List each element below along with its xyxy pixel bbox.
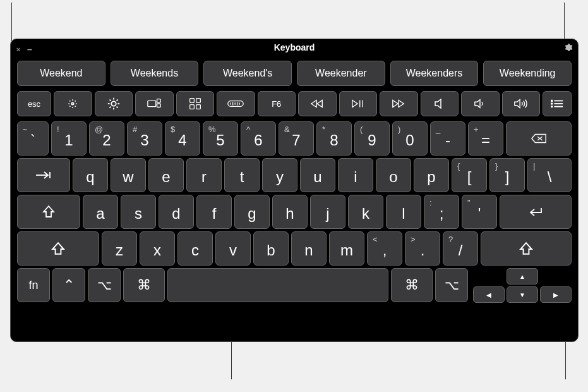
svg-marker-53 xyxy=(520,243,532,254)
f-key[interactable]: f xyxy=(196,195,232,229)
t-key[interactable]: t xyxy=(224,158,260,192)
svg-line-16 xyxy=(109,107,111,108)
d-key[interactable]: d xyxy=(159,195,194,229)
svg-rect-25 xyxy=(228,101,243,107)
brightness-down-key[interactable] xyxy=(54,91,92,116)
digit-0-key[interactable]: )0 xyxy=(392,121,428,156)
s-key[interactable]: s xyxy=(121,195,156,229)
q-key[interactable]: q xyxy=(73,158,108,192)
w-key[interactable]: w xyxy=(111,158,146,192)
digit-7-key[interactable]: &7 xyxy=(279,121,314,156)
a-key[interactable]: a xyxy=(83,195,118,229)
option-right-key[interactable]: ⌥ xyxy=(435,268,468,302)
suggestion-item[interactable]: Weekend's xyxy=(203,61,292,86)
gear-icon[interactable] xyxy=(564,43,573,52)
dictation-key[interactable] xyxy=(217,91,255,116)
bracket-right-key[interactable]: }] xyxy=(489,158,525,192)
o-key[interactable]: o xyxy=(376,158,411,192)
option-left-key[interactable]: ⌥ xyxy=(88,268,121,302)
z-key[interactable]: z xyxy=(102,231,137,266)
v-key[interactable]: v xyxy=(215,231,251,266)
period-key[interactable]: >. xyxy=(405,231,440,266)
arrow-down-key[interactable]: ▼ xyxy=(507,286,538,303)
arrow-left-key[interactable]: ◀ xyxy=(473,286,505,303)
rewind-icon xyxy=(310,99,324,109)
f6-key[interactable]: F6 xyxy=(258,91,296,116)
mission-control-key[interactable] xyxy=(135,91,174,116)
semicolon-key[interactable]: :; xyxy=(424,195,459,229)
brightness-up-key[interactable] xyxy=(95,91,133,116)
suggestion-item[interactable]: Weekender xyxy=(297,61,385,86)
svg-marker-51 xyxy=(44,206,54,217)
equals-key[interactable]: += xyxy=(468,121,503,156)
suggestion-item[interactable]: Weekenders xyxy=(390,61,479,86)
digit-9-key[interactable]: (9 xyxy=(354,121,390,156)
x-key[interactable]: x xyxy=(140,231,175,266)
suggestion-item[interactable]: Weekends xyxy=(111,61,199,86)
y-key[interactable]: y xyxy=(262,158,297,192)
shift-icon xyxy=(519,242,533,255)
arrow-up-key[interactable]: ▲ xyxy=(507,268,538,285)
digit-6-key[interactable]: ^6 xyxy=(241,121,276,156)
control-key[interactable]: ⌃ xyxy=(52,268,85,302)
fast-forward-key[interactable] xyxy=(380,91,418,116)
mute-key[interactable] xyxy=(421,91,459,116)
quote-key[interactable]: "' xyxy=(462,195,497,229)
volume-down-key[interactable] xyxy=(461,91,500,116)
digit-1-key[interactable]: !1 xyxy=(51,121,87,156)
n-key[interactable]: n xyxy=(291,231,327,266)
play-pause-key[interactable] xyxy=(339,91,378,116)
return-key[interactable] xyxy=(500,195,572,229)
shift-icon xyxy=(51,242,65,255)
control-icon: ⌃ xyxy=(63,277,75,293)
backspace-icon xyxy=(531,133,547,144)
shift-left-key[interactable] xyxy=(17,231,99,266)
suggestion-item[interactable]: Weekend xyxy=(17,61,105,86)
l-key[interactable]: l xyxy=(386,195,421,229)
h-key[interactable]: h xyxy=(272,195,308,229)
digit-3-key[interactable]: #3 xyxy=(127,121,162,156)
rewind-key[interactable] xyxy=(298,91,337,116)
i-key[interactable]: i xyxy=(338,158,373,192)
launchpad-key[interactable] xyxy=(176,91,215,116)
digit-8-key[interactable]: *8 xyxy=(316,121,352,156)
caps-lock-key[interactable] xyxy=(17,195,80,229)
slash-key[interactable]: ?/ xyxy=(443,231,478,266)
backslash-key[interactable]: |\ xyxy=(527,158,572,192)
m-key[interactable]: m xyxy=(329,231,364,266)
shift-right-key[interactable] xyxy=(481,231,572,266)
minus-key[interactable]: _- xyxy=(430,121,465,156)
svg-marker-32 xyxy=(317,101,322,107)
esc-key[interactable]: esc xyxy=(17,91,51,116)
p-key[interactable]: p xyxy=(414,158,449,192)
c-key[interactable]: c xyxy=(177,231,213,266)
backtick-key[interactable]: ~` xyxy=(17,121,49,156)
arrow-right-key[interactable]: ▶ xyxy=(540,286,572,303)
brightness-low-icon xyxy=(66,97,79,110)
b-key[interactable]: b xyxy=(253,231,289,266)
spacebar-key[interactable] xyxy=(167,268,388,302)
tab-key[interactable] xyxy=(17,158,70,192)
suggestion-item[interactable]: Weekending xyxy=(483,61,572,86)
k-key[interactable]: k xyxy=(348,195,383,229)
u-key[interactable]: u xyxy=(300,158,335,192)
function-row: esc F6 xyxy=(11,91,578,119)
j-key[interactable]: j xyxy=(310,195,345,229)
command-right-key[interactable]: ⌘ xyxy=(391,268,433,302)
fn-key[interactable]: fn xyxy=(17,268,50,302)
digit-5-key[interactable]: %5 xyxy=(203,121,238,156)
dictation-icon xyxy=(227,99,244,109)
bracket-left-key[interactable]: {[ xyxy=(452,158,487,192)
digit-2-key[interactable]: @2 xyxy=(89,121,124,156)
volume-up-key[interactable] xyxy=(502,91,541,116)
panel-list-key[interactable] xyxy=(543,91,572,116)
number-row: ~` !1 @2 #3 $4 %5 ^6 &7 *8 (9 )0 _- += xyxy=(17,121,572,156)
backspace-key[interactable] xyxy=(506,121,572,156)
digit-4-key[interactable]: $4 xyxy=(165,121,200,156)
g-key[interactable]: g xyxy=(234,195,270,229)
e-key[interactable]: e xyxy=(148,158,184,192)
r-key[interactable]: r xyxy=(186,158,222,192)
comma-key[interactable]: <, xyxy=(367,231,402,266)
command-left-key[interactable]: ⌘ xyxy=(123,268,165,302)
main-keys: ~` !1 @2 #3 $4 %5 ^6 &7 *8 (9 )0 _- += q… xyxy=(11,121,578,309)
